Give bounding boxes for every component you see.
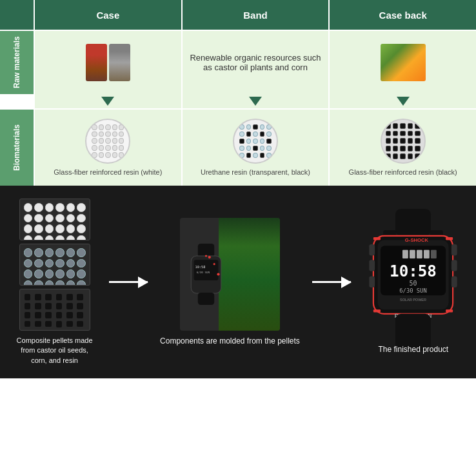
finished-label: The finished product — [378, 344, 448, 355]
white-dots — [20, 199, 90, 240]
svg-text:10:58: 10:58 — [195, 265, 206, 269]
plant-image — [86, 44, 107, 81]
raw-band-text: Renewable organic resources such as cast… — [188, 53, 324, 72]
arrow-2 — [312, 281, 351, 283]
bio-band-circle — [233, 119, 278, 164]
biomaterials-row: Biomaterials Glass-fiber reinforced resi… — [0, 108, 476, 186]
raw-materials-row: Raw materials Renewable organic resource… — [0, 30, 476, 94]
svg-rect-30 — [451, 244, 457, 256]
clear-dots — [20, 244, 90, 285]
black-pellet-box — [19, 289, 90, 331]
pellets-label: Composite pellets made from castor oil s… — [13, 336, 97, 365]
bio-clear-black-dots — [234, 119, 277, 163]
svg-rect-18 — [410, 250, 415, 258]
header-case: Case — [34, 0, 181, 30]
finished-section: G-SHOCK 10:58 50 6/30 SUN SOLAR POWER PR… — [363, 209, 463, 355]
svg-rect-10 — [395, 209, 431, 236]
svg-point-8 — [205, 255, 207, 257]
down-arrow-case — [101, 97, 114, 106]
svg-rect-34 — [373, 237, 381, 240]
raw-materials-label: Raw materials — [0, 31, 34, 94]
finished-watch-svg: G-SHOCK 10:58 50 6/30 SUN SOLAR POWER PR… — [363, 209, 463, 351]
svg-point-9 — [217, 273, 219, 275]
h-arrow-2 — [312, 281, 351, 283]
svg-point-6 — [208, 256, 211, 258]
svg-rect-32 — [451, 277, 457, 288]
clear-pellet-box — [19, 244, 90, 286]
raw-case-cell — [34, 31, 181, 94]
raw-band-cell: Renewable organic resources such as cast… — [181, 31, 329, 94]
svg-rect-19 — [417, 250, 422, 258]
header-band: Band — [181, 0, 329, 30]
svg-text:6/30 SUN: 6/30 SUN — [197, 271, 210, 274]
arrow-case — [34, 94, 181, 108]
svg-text:G-SHOCK: G-SHOCK — [405, 237, 429, 243]
bio-case-label: Glass-fiber reinforced resin (white) — [54, 168, 162, 177]
bio-case-circle — [85, 119, 130, 164]
black-sq-dots — [20, 289, 90, 330]
bio-caseback-label: Glass-fiber reinforced resin (black) — [349, 168, 457, 177]
svg-rect-36 — [373, 309, 381, 312]
arrow-1 — [109, 281, 148, 283]
bio-band-label: Urethane resin (transparent, black) — [201, 168, 310, 177]
bio-case-cell: Glass-fiber reinforced resin (white) — [34, 110, 181, 186]
seeds-image — [109, 44, 130, 81]
svg-rect-2 — [193, 260, 218, 280]
header-spacer — [0, 0, 34, 30]
svg-rect-35 — [446, 237, 453, 240]
down-arrow-caseback — [397, 97, 410, 106]
svg-text:SOLAR POWER: SOLAR POWER — [400, 298, 426, 302]
svg-rect-31 — [451, 260, 457, 271]
molded-label: Components are molded from the pellets — [160, 336, 300, 347]
white-pellet-box — [19, 199, 90, 240]
svg-text:50: 50 — [410, 280, 417, 287]
small-watch-svg: 10:58 6/30 SUN — [185, 244, 227, 305]
svg-rect-27 — [370, 244, 375, 256]
raw-caseback-cell — [328, 31, 476, 94]
watch-composite-box: 10:58 6/30 SUN — [180, 218, 280, 331]
down-arrow-band — [249, 97, 262, 106]
pellets-section: Composite pellets made from castor oil s… — [13, 199, 97, 365]
arrow-band — [181, 94, 329, 108]
bio-band-cell: Urethane resin (transparent, black) — [181, 110, 329, 186]
header-row: Case Band Case back — [0, 0, 476, 30]
svg-rect-21 — [431, 250, 437, 258]
svg-rect-29 — [370, 277, 375, 288]
biomaterials-label: Biomaterials — [0, 110, 34, 186]
svg-point-7 — [213, 263, 215, 265]
raw-case-images — [86, 44, 130, 81]
header-caseback: Case back — [328, 0, 476, 30]
h-arrow-1 — [109, 281, 148, 283]
bio-caseback-cell: Glass-fiber reinforced resin (black) — [328, 110, 476, 186]
arrow-spacer — [0, 94, 34, 108]
svg-rect-5 — [198, 293, 214, 305]
svg-rect-37 — [446, 309, 453, 312]
arrow-row — [0, 94, 476, 108]
svg-rect-20 — [424, 250, 430, 258]
bio-white-dots — [86, 119, 129, 163]
arrow-caseback — [328, 94, 476, 108]
bio-caseback-circle — [381, 119, 426, 164]
bottom-section: Composite pellets made from castor oil s… — [0, 186, 476, 378]
svg-text:6/30 SUN: 6/30 SUN — [400, 287, 427, 294]
svg-text:10:58: 10:58 — [390, 262, 437, 280]
corn-image — [381, 44, 426, 81]
svg-rect-17 — [402, 250, 408, 258]
svg-rect-28 — [370, 260, 375, 271]
top-section: Case Band Case back Raw materials Renewa… — [0, 0, 476, 186]
forest-background — [219, 218, 280, 331]
bio-black-sq-dots — [382, 119, 424, 163]
molded-section: 10:58 6/30 SUN Components are molded fro… — [160, 218, 300, 347]
